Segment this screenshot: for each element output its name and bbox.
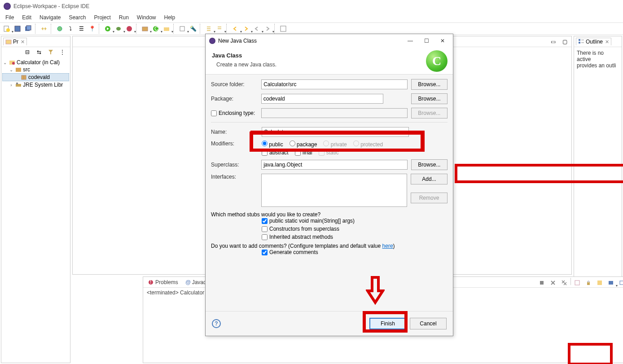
remove-all-icon[interactable] [559, 278, 569, 288]
name-input[interactable] [262, 127, 409, 137]
package-label: Package: [211, 96, 258, 102]
modifier-public-radio[interactable]: public [262, 140, 283, 148]
menu-navigate[interactable]: Navigate [36, 13, 64, 22]
configure-here-link[interactable]: here [382, 243, 393, 249]
debug-run-icon[interactable] [114, 24, 123, 34]
align-icon[interactable]: ☰ [76, 24, 86, 34]
new-package-icon[interactable] [140, 24, 150, 34]
enclosing-checkbox[interactable]: Enclosing type: [211, 110, 258, 116]
maximize-icon[interactable]: ☐ [420, 38, 433, 44]
new-icon[interactable] [2, 24, 12, 34]
back-history-icon[interactable] [252, 24, 262, 34]
link-icon[interactable] [39, 24, 49, 34]
close-icon[interactable]: ✕ [436, 38, 449, 44]
svg-rect-2 [15, 26, 20, 31]
stub-inherited-checkbox[interactable]: Inherited abstract methods [262, 234, 448, 240]
menu-window[interactable]: Window [133, 13, 160, 22]
outline-message: There is no active provides an outli [574, 47, 622, 71]
window-titlebar: Eclipse-Workpace - Eclipse IDE [0, 0, 623, 13]
dialog-titlebar[interactable]: New Java Class — ☐ ✕ [206, 34, 453, 48]
modifier-private-radio: private [323, 140, 347, 148]
annotation-nav-icon[interactable] [204, 24, 214, 34]
tree-package[interactable]: codevald [28, 74, 50, 80]
tree-src[interactable]: src [23, 66, 30, 73]
filter-icon[interactable] [46, 47, 56, 57]
stubs-question: Which method stubs would you like to cre… [211, 211, 448, 218]
new-folder-icon[interactable] [162, 24, 171, 34]
menu-file[interactable]: File [2, 13, 18, 22]
back-icon[interactable] [230, 24, 240, 34]
stub-constructors-checkbox[interactable]: Constructors from superclass [262, 226, 448, 232]
svg-rect-29 [575, 281, 579, 285]
menu-run[interactable]: Run [115, 13, 132, 22]
superclass-input[interactable] [261, 160, 407, 170]
perspective-icon[interactable] [278, 24, 288, 34]
maximize-icon[interactable]: ▢ [560, 37, 570, 47]
skip-icon[interactable]: ⤵ [66, 24, 75, 34]
pin-icon[interactable]: 📍 [87, 24, 97, 34]
browse-superclass-button[interactable]: Browse... [411, 159, 448, 170]
modifier-protected-radio: protected [353, 140, 383, 148]
stub-main-checkbox[interactable]: public static void main(String[] args) [262, 218, 448, 224]
svg-point-1 [6, 28, 10, 32]
svg-rect-32 [609, 281, 613, 285]
problems-tab[interactable]: ! Problems [145, 278, 181, 286]
forward-history-icon[interactable] [263, 24, 272, 34]
source-folder-input[interactable] [261, 79, 407, 89]
project-explorer-tab[interactable]: Pr ✕ [3, 38, 27, 45]
svg-point-8 [127, 26, 132, 31]
annotation-prev-icon[interactable] [215, 24, 224, 34]
expand-icon[interactable]: › [9, 83, 14, 88]
menu-search[interactable]: Search [65, 13, 89, 22]
scroll-lock-icon[interactable] [584, 278, 593, 288]
package-input[interactable] [261, 94, 383, 104]
menu-help[interactable]: Help [161, 13, 179, 22]
browse-source-button[interactable]: Browse... [411, 79, 448, 90]
remove-launch-icon[interactable] [548, 278, 558, 288]
expand-icon[interactable]: ⌄ [2, 60, 8, 65]
finish-button[interactable]: Finish [369, 318, 406, 329]
svg-rect-37 [579, 42, 580, 44]
interfaces-label: Interfaces: [211, 174, 258, 180]
interfaces-listbox[interactable] [261, 174, 407, 207]
expand-icon[interactable]: ⌄ [9, 67, 14, 72]
clear-console-icon[interactable] [572, 278, 582, 288]
add-interface-button[interactable]: Add... [411, 174, 448, 184]
link-editor-icon[interactable]: ⇆ [34, 47, 44, 57]
minimize-icon[interactable]: — [404, 38, 417, 44]
save-icon[interactable] [13, 24, 22, 34]
help-icon[interactable]: ? [212, 319, 221, 328]
run-icon[interactable] [103, 24, 113, 34]
tree-project[interactable]: Calculator (in Cal) [17, 59, 60, 66]
main-toolbar: ⤵ ☰ 📍 C 🔦 [0, 22, 623, 35]
word-wrap-icon[interactable] [595, 278, 605, 288]
remove-interface-button: Remove [411, 193, 448, 203]
tree-jre[interactable]: JRE System Libr [23, 82, 63, 88]
coverage-icon[interactable] [124, 24, 134, 34]
view-menu-icon[interactable]: ⋮ [57, 47, 67, 57]
modifier-final-checkbox[interactable]: final [295, 149, 312, 156]
browse-package-button[interactable]: Browse... [411, 93, 448, 104]
menu-project[interactable]: Project [90, 13, 114, 22]
modifier-package-radio[interactable]: package [290, 140, 317, 148]
close-icon[interactable]: ✕ [21, 39, 25, 45]
terminate-icon[interactable] [537, 278, 547, 288]
svg-rect-36 [579, 39, 580, 41]
modifier-abstract-checkbox[interactable]: abstract [262, 149, 289, 156]
open-type-icon[interactable] [177, 24, 187, 34]
new-class-icon[interactable]: C [151, 24, 161, 34]
save-all-icon[interactable] [23, 24, 33, 34]
menu-edit[interactable]: Edit [18, 13, 35, 22]
minimize-icon[interactable]: ▭ [548, 37, 558, 47]
generate-comments-checkbox[interactable]: Generate comments [262, 249, 448, 255]
cancel-button[interactable]: Cancel [410, 318, 447, 329]
outline-tab[interactable]: Outline ✕ [576, 38, 611, 45]
svg-point-5 [57, 26, 62, 31]
debug-icon[interactable] [55, 24, 65, 34]
forward-icon[interactable] [241, 24, 251, 34]
collapse-all-icon[interactable]: ⊟ [22, 47, 32, 57]
search-icon[interactable]: 🔦 [188, 24, 198, 34]
display-selected-icon[interactable] [606, 278, 616, 288]
open-console-icon[interactable] [617, 278, 623, 288]
close-icon[interactable]: ✕ [605, 39, 609, 45]
